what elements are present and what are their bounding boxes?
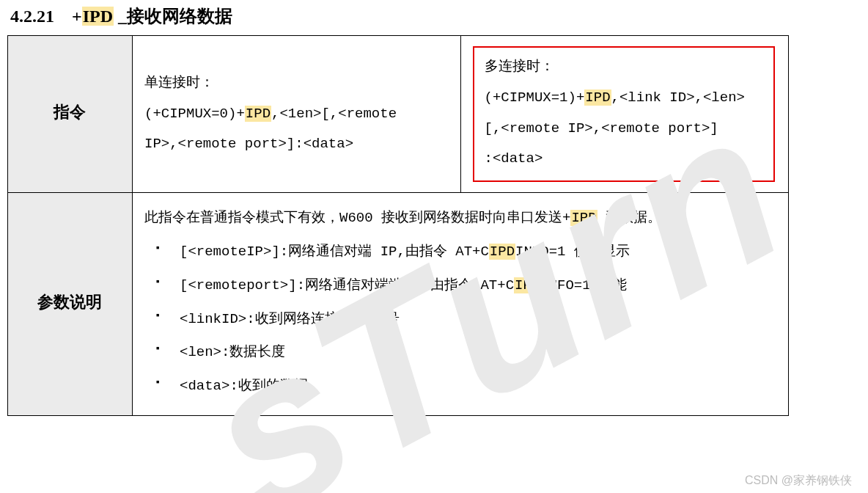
command-table: 指令 单连接时： (+CIPMUX=0)+IPD,<1en>[,<remote …: [7, 35, 789, 416]
list-item: <data>:收到的数据: [155, 371, 775, 402]
multi-line3: [,<remote IP>,<remote port>]: [485, 114, 764, 145]
row-params-label: 参数说明: [8, 193, 133, 416]
single-conn-cell: 单连接时： (+CIPMUX=0)+IPD,<1en>[,<remote IP>…: [133, 36, 461, 193]
title-plus: +: [72, 7, 82, 26]
row-command-label: 指令: [8, 36, 133, 193]
multi-line2: (+CIPMUX=1)+IPD,<link ID>,<len>: [485, 83, 764, 114]
title-suffix: _接收网络数据: [114, 7, 232, 26]
params-list: [<remoteIP>]:网络通信对端 IP,由指令 AT+CIPDINFO=1…: [144, 237, 775, 402]
section-number: 4.2.21: [10, 7, 54, 26]
section-title: 4.2.21 +IPD _接收网络数据: [10, 4, 862, 28]
params-intro: 此指令在普通指令模式下有效，W600 接收到网络数据时向串口发送+IPD 和数据…: [144, 203, 775, 234]
row-command: 指令 单连接时： (+CIPMUX=0)+IPD,<1en>[,<remote …: [8, 36, 789, 193]
row-params: 参数说明 此指令在普通指令模式下有效，W600 接收到网络数据时向串口发送+IP…: [8, 193, 789, 416]
multi-conn-redbox: 多连接时： (+CIPMUX=1)+IPD,<link ID>,<len> [,…: [473, 46, 776, 182]
footer-credit: CSDN @家养钢铁侠: [745, 473, 852, 489]
list-item: <linkID>:收到网络连接的 ID 号: [155, 304, 775, 335]
list-item: [<remoteIP>]:网络通信对端 IP,由指令 AT+CIPDINFO=1…: [155, 237, 775, 268]
multi-line1: 多连接时：: [485, 52, 764, 83]
list-item: [<remoteport>]:网络通信对端端口，由指令 AT+CIPDINFO=…: [155, 271, 775, 302]
single-line1: 单连接时：: [144, 68, 447, 99]
single-line2: (+CIPMUX=0)+IPD,<1en>[,<remote: [144, 99, 447, 130]
multi-conn-cell: 多连接时： (+CIPMUX=1)+IPD,<link ID>,<len> [,…: [460, 36, 789, 193]
document-page: 4.2.21 +IPD _接收网络数据 指令 单连接时： (+CIPMUX=0)…: [0, 4, 868, 416]
single-line3: IP>,<remote port>]:<data>: [144, 129, 447, 160]
title-cmd: IPD: [82, 7, 114, 26]
params-cell: 此指令在普通指令模式下有效，W600 接收到网络数据时向串口发送+IPD 和数据…: [133, 193, 789, 416]
multi-line4: :<data>: [485, 144, 764, 175]
list-item: <len>:数据长度: [155, 337, 775, 368]
